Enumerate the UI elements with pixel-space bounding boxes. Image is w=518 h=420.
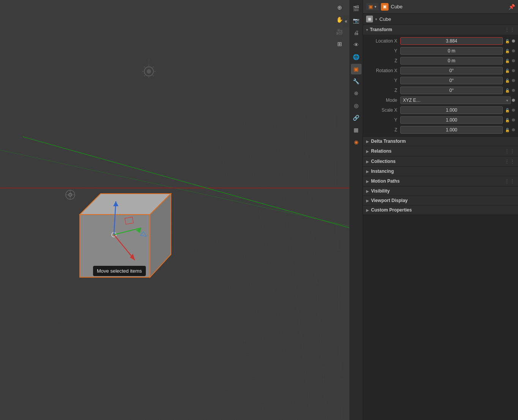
rotation-mode-select[interactable]: XYZ E… ▾: [400, 96, 511, 104]
scale-y-input[interactable]: [400, 116, 503, 124]
location-z-keyframe-dot[interactable]: [512, 59, 515, 62]
collections-title: Collections: [371, 159, 396, 164]
transform-section-header[interactable]: ▾ Transform ⋮⋮: [363, 25, 518, 35]
rotation-y-keyframe-dot[interactable]: [512, 79, 515, 82]
transform-section: ▾ Transform ⋮⋮ Location X 🔓 Y 🔓: [363, 25, 518, 137]
svg-line-4: [0, 144, 349, 213]
location-y-lock-icon[interactable]: 🔓: [504, 47, 511, 54]
vp-camera-tool[interactable]: 🎥: [334, 27, 345, 37]
tool-output-icon[interactable]: 🖨: [351, 27, 362, 38]
vp-cursor-tool[interactable]: ⊕: [334, 2, 345, 13]
properties-toolbar: 🎬 📷 🖨 👁 🌐 ▣ 🔧 ❊ ◎ 🔗 ▦ ◉: [349, 0, 363, 420]
rotation-x-label: Rotation X: [366, 68, 400, 73]
svg-line-18: [0, 353, 349, 355]
svg-line-28: [152, 114, 251, 420]
location-y-input[interactable]: [400, 47, 503, 55]
tool-data-icon[interactable]: ▦: [351, 125, 362, 135]
scale-z-label: Z: [366, 127, 400, 133]
svg-line-34: [334, 114, 342, 420]
svg-line-15: [0, 308, 349, 319]
svg-point-52: [69, 193, 72, 196]
viewport-3d[interactable]: Move selected items ⊕ ✋ 🎥 ⊞ «: [0, 0, 349, 420]
delta-transform-header[interactable]: ▶ Delta Transform: [363, 137, 518, 146]
relations-title: Relations: [371, 148, 392, 154]
svg-line-30: [213, 114, 281, 420]
location-x-lock-icon[interactable]: 🔓: [504, 38, 511, 44]
rotation-y-lock-icon[interactable]: 🔓: [504, 77, 511, 84]
location-x-input[interactable]: [400, 37, 503, 45]
rotation-z-input[interactable]: [400, 87, 503, 94]
relations-section: ▶ Relations ⋮⋮: [363, 146, 518, 156]
instancing-header[interactable]: ▶ Instancing: [363, 167, 518, 176]
rotation-x-input[interactable]: [400, 67, 503, 74]
properties-header: ▣ ▾ ▣ Cube 📌: [363, 0, 518, 14]
location-x-label: Location X: [366, 38, 400, 44]
tool-render-icon[interactable]: 📷: [351, 15, 362, 26]
svg-line-39: [23, 137, 349, 228]
cube-object: [80, 194, 171, 277]
rotation-y-input[interactable]: [400, 77, 503, 84]
tool-world-icon[interactable]: 🌐: [351, 52, 362, 62]
tool-scene-icon[interactable]: 🎬: [351, 3, 362, 14]
visibility-section: ▶ Visibility: [363, 186, 518, 196]
motion-paths-section: ▶ Motion Paths ⋮⋮: [363, 176, 518, 186]
rotation-z-lock-icon[interactable]: 🔓: [504, 87, 511, 94]
scale-z-keyframe-dot[interactable]: [512, 128, 515, 131]
location-z-row: Z 🔓: [363, 56, 518, 66]
viewport-display-header[interactable]: ▶ Viewport Display: [363, 196, 518, 205]
collections-header[interactable]: ▶ Collections ⋮⋮: [363, 156, 518, 166]
scale-y-keyframe-dot[interactable]: [512, 118, 515, 122]
location-y-keyframe-dot[interactable]: [512, 49, 515, 52]
scale-x-keyframe-dot[interactable]: [512, 109, 515, 112]
motion-paths-header[interactable]: ▶ Motion Paths ⋮⋮: [363, 176, 518, 186]
instancing-section: ▶ Instancing: [363, 167, 518, 176]
svg-line-60: [114, 235, 135, 260]
rotation-z-label: Z: [366, 88, 400, 93]
scale-x-lock-icon[interactable]: 🔓: [504, 107, 511, 114]
rotation-x-keyframe-dot[interactable]: [512, 69, 515, 72]
vp-grid-tool[interactable]: ⊞: [334, 39, 345, 49]
scale-y-lock-icon[interactable]: 🔓: [504, 117, 511, 123]
svg-line-9: [0, 216, 349, 251]
mode-label: Mode: [366, 98, 400, 103]
svg-marker-65: [113, 201, 118, 206]
object-type-dropdown[interactable]: ▣: [368, 4, 373, 9]
scale-z-input[interactable]: [400, 126, 503, 134]
collapse-sidebar-button[interactable]: «: [343, 15, 349, 27]
custom-properties-header[interactable]: ▶ Custom Properties: [363, 205, 518, 215]
svg-line-33: [304, 114, 327, 420]
location-x-keyframe-dot[interactable]: [512, 39, 515, 43]
tool-view-icon[interactable]: 👁: [351, 39, 362, 50]
mesh-icon: ▦: [366, 16, 373, 22]
tool-modifier-icon[interactable]: 🔧: [351, 76, 362, 87]
location-z-lock-icon[interactable]: 🔓: [504, 57, 511, 64]
location-z-input[interactable]: [400, 57, 503, 65]
rotation-x-lock-icon[interactable]: 🔓: [504, 67, 511, 74]
tool-object-icon[interactable]: ▣: [351, 64, 362, 74]
svg-point-41: [147, 69, 151, 73]
svg-line-48: [144, 75, 145, 76]
rotation-mode-dot[interactable]: [512, 99, 515, 102]
svg-line-17: [0, 338, 349, 342]
delta-transform-title: Delta Transform: [371, 139, 406, 144]
svg-line-8: [0, 201, 349, 243]
tool-material-icon[interactable]: ◉: [351, 137, 362, 147]
tool-particles-icon[interactable]: ❊: [351, 88, 362, 99]
object-name-label[interactable]: Cube: [379, 16, 515, 22]
transform-title: Transform: [370, 27, 392, 32]
scale-z-row: Z 🔓: [363, 125, 518, 135]
svg-line-22: [0, 401, 349, 403]
relations-header[interactable]: ▶ Relations ⋮⋮: [363, 146, 518, 156]
rotation-z-keyframe-dot[interactable]: [512, 89, 515, 92]
tool-constraints-icon[interactable]: 🔗: [351, 112, 362, 123]
pin-button[interactable]: 📌: [509, 4, 515, 10]
scale-x-input[interactable]: [400, 106, 503, 114]
tool-physics-icon[interactable]: ◎: [351, 100, 362, 111]
visibility-header[interactable]: ▶ Visibility: [363, 186, 518, 196]
svg-line-2: [0, 150, 349, 226]
scale-z-lock-icon[interactable]: 🔓: [504, 126, 511, 133]
custom-properties-section: ▶ Custom Properties: [363, 205, 518, 215]
svg-line-3: [0, 129, 349, 205]
collections-section: ▶ Collections ⋮⋮: [363, 156, 518, 167]
svg-rect-0: [0, 0, 349, 420]
